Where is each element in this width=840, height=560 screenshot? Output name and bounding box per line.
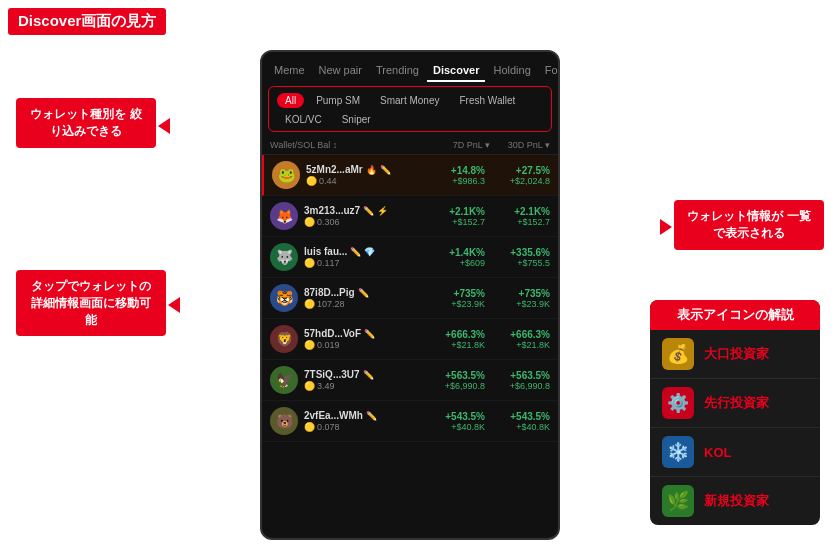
filter-row: All Pump SM Smart Money Fresh Wallet KOL… — [268, 86, 552, 132]
stat-pct-30d: +563.5% — [485, 370, 550, 381]
stat-usd-7d: +$21.8K — [420, 340, 485, 350]
stat-pct-7d: +1.4K% — [420, 247, 485, 258]
column-headers: Wallet/SOL Bal ↕ 7D PnL ▾ 30D PnL ▾ — [262, 136, 558, 155]
wallet-sub: 🟡 0.306 — [304, 217, 420, 227]
wallet-stats-30d: +27.5% +$2,024.8 — [485, 165, 550, 186]
big-investor-icon: 💰 — [662, 338, 694, 370]
legend-label-early-investor: 先行投資家 — [704, 394, 769, 412]
arrow-tap — [168, 295, 180, 313]
stat-pct-30d: +543.5% — [485, 411, 550, 422]
wallet-sub: 🟡 0.117 — [304, 258, 420, 268]
filter-pumpsm[interactable]: Pump SM — [308, 93, 368, 108]
wallet-info: 3m213...uz7 ✏️⚡ 🟡 0.306 — [304, 205, 420, 227]
wallet-stats-30d: +666.3% +$21.8K — [485, 329, 550, 350]
wallet-row[interactable]: 🦅 7TSiQ...3U7 ✏️ 🟡 3.49 +563.5% +$6,990.… — [262, 360, 558, 401]
kol-icon: ❄️ — [662, 436, 694, 468]
legend-label-kol: KOL — [704, 445, 731, 460]
legend-item-big-investor: 💰 大口投資家 — [650, 330, 820, 379]
avatar: 🦊 — [270, 202, 298, 230]
legend-panel: 表示アイコンの解説 💰 大口投資家 ⚙️ 先行投資家 ❄️ KOL 🌿 新規投資… — [650, 300, 820, 525]
wallet-row[interactable]: 🐺 luis fau... ✏️💎 🟡 0.117 +1.4K% +$609 +… — [262, 237, 558, 278]
stat-usd-7d: +$40.8K — [420, 422, 485, 432]
wallet-stats-7d: +543.5% +$40.8K — [420, 411, 485, 432]
stat-pct-30d: +2.1K% — [485, 206, 550, 217]
wallet-stats-7d: +2.1K% +$152.7 — [420, 206, 485, 227]
wallet-stats-7d: +14.8% +$986.3 — [420, 165, 485, 186]
stat-pct-30d: +666.3% — [485, 329, 550, 340]
stat-usd-7d: +$23.9K — [420, 299, 485, 309]
wallet-row[interactable]: 🦊 3m213...uz7 ✏️⚡ 🟡 0.306 +2.1K% +$152.7… — [262, 196, 558, 237]
tab-trending[interactable]: Trending — [370, 60, 425, 82]
wallet-info: luis fau... ✏️💎 🟡 0.117 — [304, 246, 420, 268]
legend-label-new-investor: 新規投資家 — [704, 492, 769, 510]
wallet-sub: 🟡 0.019 — [304, 340, 420, 350]
stat-pct-7d: +666.3% — [420, 329, 485, 340]
wallet-stats-30d: +335.6% +$755.5 — [485, 247, 550, 268]
stat-usd-7d: +$986.3 — [420, 176, 485, 186]
wallet-row[interactable]: 🐯 87i8D...Pig ✏️ 🟡 107.28 +735% +$23.9K … — [262, 278, 558, 319]
stat-pct-7d: +543.5% — [420, 411, 485, 422]
avatar: 🐻 — [270, 407, 298, 435]
wallet-stats-7d: +666.3% +$21.8K — [420, 329, 485, 350]
wallet-sub: 🟡 0.078 — [304, 422, 420, 432]
app-panel: Meme New pair Trending Discover Holding … — [260, 50, 560, 540]
callout-wallet-info: ウォレット情報が 一覧で表示される — [674, 200, 824, 250]
stat-usd-30d: +$23.9K — [485, 299, 550, 309]
tab-holding[interactable]: Holding — [487, 60, 536, 82]
nav-tabs: Meme New pair Trending Discover Holding … — [262, 52, 558, 82]
callout-tap: タップでウォレットの 詳細情報画面に移動可能 — [16, 270, 166, 336]
legend-item-new-investor: 🌿 新規投資家 — [650, 477, 820, 525]
legend-item-kol: ❄️ KOL — [650, 428, 820, 477]
wallet-name: 2vfEa...WMh ✏️ — [304, 410, 420, 421]
wallet-info: 57hdD...VoF ✏️ 🟡 0.019 — [304, 328, 420, 350]
filter-frestwallet[interactable]: Fresh Wallet — [452, 93, 524, 108]
wallet-name: 3m213...uz7 ✏️⚡ — [304, 205, 420, 216]
filter-smartmoney[interactable]: Smart Money — [372, 93, 447, 108]
wallet-row[interactable]: 🐻 2vfEa...WMh ✏️ 🟡 0.078 +543.5% +$40.8K… — [262, 401, 558, 442]
wallet-stats-30d: +2.1K% +$152.7 — [485, 206, 550, 227]
wallet-info: 7TSiQ...3U7 ✏️ 🟡 3.49 — [304, 369, 420, 391]
wallet-stats-30d: +563.5% +$6,990.8 — [485, 370, 550, 391]
legend-item-early-investor: ⚙️ 先行投資家 — [650, 379, 820, 428]
stat-usd-7d: +$6,990.8 — [420, 381, 485, 391]
stat-pct-30d: +735% — [485, 288, 550, 299]
col-30d-label[interactable]: 30D PnL ▾ — [490, 140, 550, 150]
stat-pct-7d: +14.8% — [420, 165, 485, 176]
arrow-wallet-info — [660, 217, 672, 235]
new-investor-icon: 🌿 — [662, 485, 694, 517]
tab-discover[interactable]: Discover — [427, 60, 485, 82]
wallet-info: 5zMn2...aMr 🔥✏️ 🟡 0.44 — [306, 164, 420, 186]
avatar: 🐯 — [270, 284, 298, 312]
early-investor-icon: ⚙️ — [662, 387, 694, 419]
wallet-row[interactable]: 🦁 57hdD...VoF ✏️ 🟡 0.019 +666.3% +$21.8K… — [262, 319, 558, 360]
tab-newpair[interactable]: New pair — [313, 60, 368, 82]
avatar: 🐺 — [270, 243, 298, 271]
stat-pct-30d: +335.6% — [485, 247, 550, 258]
wallet-stats-30d: +543.5% +$40.8K — [485, 411, 550, 432]
wallet-stats-7d: +1.4K% +$609 — [420, 247, 485, 268]
wallet-name: 5zMn2...aMr 🔥✏️ — [306, 164, 420, 175]
col-wallet-label[interactable]: Wallet/SOL Bal ↕ — [270, 140, 430, 150]
wallet-stats-7d: +735% +$23.9K — [420, 288, 485, 309]
page-title: Discover画面の見方 — [8, 8, 166, 35]
avatar: 🦅 — [270, 366, 298, 394]
col-7d-label[interactable]: 7D PnL ▾ — [430, 140, 490, 150]
wallet-list: 🐸 5zMn2...aMr 🔥✏️ 🟡 0.44 +14.8% +$986.3 … — [262, 155, 558, 442]
filter-all[interactable]: All — [277, 93, 304, 108]
filter-kolvc[interactable]: KOL/VC — [277, 112, 330, 127]
tab-meme[interactable]: Meme — [268, 60, 311, 82]
stat-pct-7d: +2.1K% — [420, 206, 485, 217]
avatar: 🐸 — [272, 161, 300, 189]
stat-usd-30d: +$40.8K — [485, 422, 550, 432]
tab-following[interactable]: Foll — [539, 60, 558, 82]
stat-usd-30d: +$6,990.8 — [485, 381, 550, 391]
wallet-name: 57hdD...VoF ✏️ — [304, 328, 420, 339]
wallet-name: 87i8D...Pig ✏️ — [304, 287, 420, 298]
stat-usd-30d: +$152.7 — [485, 217, 550, 227]
avatar: 🦁 — [270, 325, 298, 353]
stat-pct-30d: +27.5% — [485, 165, 550, 176]
filter-sniper[interactable]: Sniper — [334, 112, 379, 127]
wallet-row[interactable]: 🐸 5zMn2...aMr 🔥✏️ 🟡 0.44 +14.8% +$986.3 … — [262, 155, 558, 196]
legend-title: 表示アイコンの解説 — [650, 300, 820, 330]
stat-usd-7d: +$609 — [420, 258, 485, 268]
